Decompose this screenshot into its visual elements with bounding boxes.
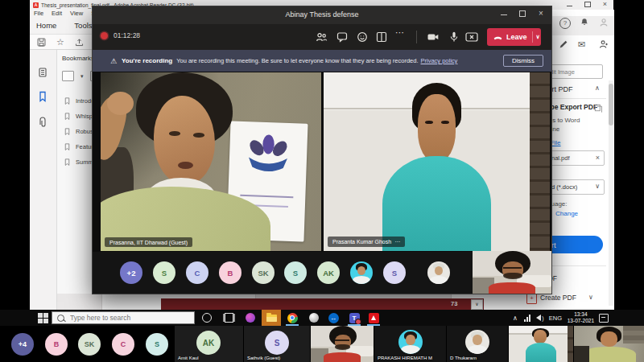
star-icon[interactable]: ☆ xyxy=(56,37,64,47)
participant-avatar[interactable]: SK xyxy=(78,333,101,356)
privacy-policy-link[interactable]: Privacy policy xyxy=(421,57,458,64)
task-view-button[interactable] xyxy=(221,310,237,326)
maximize-icon[interactable] xyxy=(584,1,591,8)
participant-avatar-photo[interactable] xyxy=(427,261,450,284)
bookmarks-panel-icon[interactable] xyxy=(36,90,49,103)
participants-icon[interactable] xyxy=(315,31,328,43)
chevron-up-icon[interactable]: ∧ xyxy=(595,84,600,92)
avatar-overflow[interactable]: +2 xyxy=(120,261,142,284)
more-options-icon[interactable]: ⋯ xyxy=(395,27,408,40)
participant-name: D Thukaram xyxy=(450,356,477,360)
chevron-down-icon[interactable]: ▾ xyxy=(80,73,84,80)
app-icon-gray[interactable] xyxy=(306,310,322,326)
participant-name: PRAKASH HIREMATH M xyxy=(378,356,432,360)
menu-edit[interactable]: Edit xyxy=(52,10,62,17)
participant-avatar[interactable]: B xyxy=(219,261,242,284)
more-options-icon[interactable]: ⋯ xyxy=(394,239,400,245)
file-explorer-button[interactable] xyxy=(262,310,281,326)
bookmark-options-icon[interactable] xyxy=(62,71,74,81)
microphone-icon[interactable] xyxy=(448,31,460,43)
video-tile-prasanta[interactable]: Prasanta Kumar Ghosh⋯ xyxy=(324,72,550,251)
network-icon[interactable] xyxy=(522,310,533,326)
help-icon[interactable]: ? xyxy=(559,18,571,29)
language-indicator[interactable]: ENG xyxy=(547,310,564,326)
start-button[interactable] xyxy=(34,310,52,326)
taskbar-search[interactable] xyxy=(52,311,195,324)
leave-button[interactable]: Leave ∨ xyxy=(487,28,541,46)
participant-avatar-photo[interactable] xyxy=(350,261,373,284)
scrollbar-thumb[interactable] xyxy=(609,84,613,125)
slide-number: 73 xyxy=(451,300,457,307)
close-icon[interactable]: × xyxy=(601,1,609,8)
webcam-video xyxy=(574,326,644,362)
participant-avatar[interactable]: C xyxy=(186,261,208,284)
dismiss-button[interactable]: Dismiss xyxy=(503,55,543,67)
chevron-down-icon[interactable]: ∨ xyxy=(471,299,483,310)
participant-avatar[interactable]: B xyxy=(45,333,68,356)
remove-file-icon[interactable]: × xyxy=(596,154,600,162)
save-icon[interactable] xyxy=(36,37,47,47)
minimize-icon[interactable] xyxy=(566,1,573,8)
participant-tile-sathvik[interactable]: S Sathvik (Guest) xyxy=(244,326,310,362)
participant-avatar[interactable]: SK xyxy=(252,261,275,284)
participant-tile-video[interactable] xyxy=(574,326,644,362)
participant-avatar: AK xyxy=(196,331,221,355)
webcam-video xyxy=(101,72,321,251)
participant-tile-video[interactable] xyxy=(311,326,374,362)
bottom-participant-strip: +4 B SK C S AK Amit Kaul S Sathvik (Gues… xyxy=(0,326,644,362)
reactions-icon[interactable] xyxy=(356,31,369,43)
bookmark-item[interactable]: Feature xyxy=(64,139,97,154)
tab-tools[interactable]: Tools xyxy=(74,21,92,30)
action-center-icon[interactable] xyxy=(599,314,609,323)
camera-icon[interactable] xyxy=(427,31,440,43)
participant-tile-amit[interactable]: AK Amit Kaul xyxy=(175,326,243,362)
participant-tile-prakash[interactable]: PRAKASH HIREMATH M xyxy=(374,326,446,362)
maximize-icon[interactable] xyxy=(518,10,526,18)
participant-avatar[interactable]: AK xyxy=(317,261,340,284)
tray-expand-icon[interactable]: ∧ xyxy=(510,310,521,326)
self-view-tile[interactable] xyxy=(473,251,551,294)
bell-icon[interactable] xyxy=(579,17,592,30)
acrobat-window-controls: × xyxy=(566,1,609,8)
breakout-rooms-icon[interactable] xyxy=(375,31,388,43)
menu-file[interactable]: File xyxy=(34,10,43,17)
minimize-icon[interactable] xyxy=(500,10,508,18)
search-input[interactable] xyxy=(68,313,184,323)
close-icon[interactable]: × xyxy=(537,10,545,18)
cortana-button[interactable] xyxy=(200,310,214,326)
recording-banner: ⚠ You're recording You are recording thi… xyxy=(93,50,551,72)
taskbar-clock[interactable]: 13:34 13-07-2021 xyxy=(568,311,594,324)
search-icon xyxy=(57,315,64,322)
share-upload-icon[interactable] xyxy=(74,37,85,47)
chevron-down-icon[interactable]: ∨ xyxy=(588,294,593,301)
participant-avatar[interactable]: S xyxy=(146,333,168,356)
page-thumbnails-icon[interactable] xyxy=(36,66,49,79)
participant-avatar[interactable]: S xyxy=(383,261,406,284)
participant-avatar[interactable]: S xyxy=(153,261,175,284)
chat-icon[interactable] xyxy=(336,31,349,43)
participant-avatar[interactable]: S xyxy=(284,261,307,284)
teams-button[interactable]: T xyxy=(346,310,362,326)
tab-home[interactable]: Home xyxy=(36,21,56,30)
stop-sharing-icon[interactable] xyxy=(464,31,477,43)
volume-icon[interactable]: ) xyxy=(535,310,546,326)
teamviewer-button[interactable]: ↔ xyxy=(325,310,341,326)
participant-tile-thukaram[interactable]: D Thukaram xyxy=(447,326,508,362)
fill-sign-icon[interactable] xyxy=(558,39,571,51)
account-icon[interactable] xyxy=(598,17,611,30)
avatar-overflow[interactable]: +4 xyxy=(11,333,34,356)
attachments-icon[interactable] xyxy=(36,116,49,129)
email-icon[interactable]: ✉ xyxy=(578,39,591,52)
change-language-link[interactable]: Change xyxy=(555,210,578,217)
acrobat-button[interactable] xyxy=(365,310,382,326)
participant-avatar[interactable]: C xyxy=(112,333,134,356)
bookmark-item[interactable]: Robust xyxy=(64,124,95,139)
chevron-down-icon[interactable]: ∨ xyxy=(536,34,540,40)
chrome-button[interactable] xyxy=(284,310,300,326)
participant-tile-video[interactable] xyxy=(509,326,573,362)
video-tile-prasanna[interactable]: Prasanna, IIT Dharwad (Guest) xyxy=(101,72,321,251)
menu-view[interactable]: View xyxy=(70,10,83,17)
add-user-icon[interactable] xyxy=(598,39,611,51)
app-icon-purple[interactable] xyxy=(242,310,258,326)
create-pdf-row[interactable]: Create PDF xyxy=(540,294,576,302)
